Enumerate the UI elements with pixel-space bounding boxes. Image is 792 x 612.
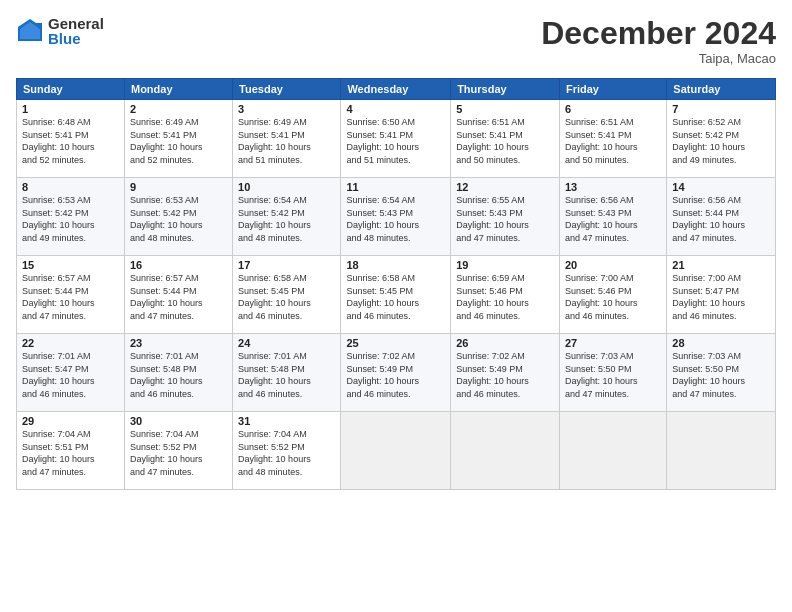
day-info: Sunrise: 7:00 AMSunset: 5:46 PMDaylight:… — [565, 273, 638, 321]
day-info: Sunrise: 6:59 AMSunset: 5:46 PMDaylight:… — [456, 273, 529, 321]
calendar-week-row: 1Sunrise: 6:48 AMSunset: 5:41 PMDaylight… — [17, 100, 776, 178]
day-number: 18 — [346, 259, 445, 271]
day-info: Sunrise: 7:03 AMSunset: 5:50 PMDaylight:… — [672, 351, 745, 399]
day-info: Sunrise: 6:49 AMSunset: 5:41 PMDaylight:… — [130, 117, 203, 165]
table-row: 15Sunrise: 6:57 AMSunset: 5:44 PMDayligh… — [17, 256, 125, 334]
table-row: 9Sunrise: 6:53 AMSunset: 5:42 PMDaylight… — [124, 178, 232, 256]
col-tuesday: Tuesday — [233, 79, 341, 100]
calendar-week-row: 29Sunrise: 7:04 AMSunset: 5:51 PMDayligh… — [17, 412, 776, 490]
day-number: 22 — [22, 337, 119, 349]
day-number: 17 — [238, 259, 335, 271]
title-block: December 2024 Taipa, Macao — [541, 16, 776, 66]
day-number: 23 — [130, 337, 227, 349]
day-number: 19 — [456, 259, 554, 271]
table-row: 10Sunrise: 6:54 AMSunset: 5:42 PMDayligh… — [233, 178, 341, 256]
day-info: Sunrise: 6:57 AMSunset: 5:44 PMDaylight:… — [22, 273, 95, 321]
day-number: 27 — [565, 337, 661, 349]
logo-icon — [16, 17, 44, 45]
table-row: 11Sunrise: 6:54 AMSunset: 5:43 PMDayligh… — [341, 178, 451, 256]
day-info: Sunrise: 7:04 AMSunset: 5:52 PMDaylight:… — [130, 429, 203, 477]
day-info: Sunrise: 7:04 AMSunset: 5:52 PMDaylight:… — [238, 429, 311, 477]
day-info: Sunrise: 6:56 AMSunset: 5:43 PMDaylight:… — [565, 195, 638, 243]
day-info: Sunrise: 6:50 AMSunset: 5:41 PMDaylight:… — [346, 117, 419, 165]
day-info: Sunrise: 6:48 AMSunset: 5:41 PMDaylight:… — [22, 117, 95, 165]
day-info: Sunrise: 7:01 AMSunset: 5:47 PMDaylight:… — [22, 351, 95, 399]
day-info: Sunrise: 6:57 AMSunset: 5:44 PMDaylight:… — [130, 273, 203, 321]
day-number: 7 — [672, 103, 770, 115]
day-info: Sunrise: 7:02 AMSunset: 5:49 PMDaylight:… — [456, 351, 529, 399]
table-row — [451, 412, 560, 490]
logo-blue-text: Blue — [48, 31, 104, 46]
day-number: 14 — [672, 181, 770, 193]
day-info: Sunrise: 6:54 AMSunset: 5:43 PMDaylight:… — [346, 195, 419, 243]
day-info: Sunrise: 6:54 AMSunset: 5:42 PMDaylight:… — [238, 195, 311, 243]
day-info: Sunrise: 6:58 AMSunset: 5:45 PMDaylight:… — [346, 273, 419, 321]
logo: General Blue — [16, 16, 104, 46]
month-title: December 2024 — [541, 16, 776, 51]
table-row: 5Sunrise: 6:51 AMSunset: 5:41 PMDaylight… — [451, 100, 560, 178]
day-number: 15 — [22, 259, 119, 271]
table-row: 3Sunrise: 6:49 AMSunset: 5:41 PMDaylight… — [233, 100, 341, 178]
day-info: Sunrise: 6:56 AMSunset: 5:44 PMDaylight:… — [672, 195, 745, 243]
table-row: 14Sunrise: 6:56 AMSunset: 5:44 PMDayligh… — [667, 178, 776, 256]
day-number: 21 — [672, 259, 770, 271]
day-info: Sunrise: 7:04 AMSunset: 5:51 PMDaylight:… — [22, 429, 95, 477]
table-row: 2Sunrise: 6:49 AMSunset: 5:41 PMDaylight… — [124, 100, 232, 178]
table-row: 21Sunrise: 7:00 AMSunset: 5:47 PMDayligh… — [667, 256, 776, 334]
day-number: 6 — [565, 103, 661, 115]
table-row: 8Sunrise: 6:53 AMSunset: 5:42 PMDaylight… — [17, 178, 125, 256]
day-info: Sunrise: 6:52 AMSunset: 5:42 PMDaylight:… — [672, 117, 745, 165]
day-info: Sunrise: 6:53 AMSunset: 5:42 PMDaylight:… — [22, 195, 95, 243]
day-info: Sunrise: 6:53 AMSunset: 5:42 PMDaylight:… — [130, 195, 203, 243]
day-number: 24 — [238, 337, 335, 349]
table-row: 31Sunrise: 7:04 AMSunset: 5:52 PMDayligh… — [233, 412, 341, 490]
col-saturday: Saturday — [667, 79, 776, 100]
table-row: 22Sunrise: 7:01 AMSunset: 5:47 PMDayligh… — [17, 334, 125, 412]
day-number: 3 — [238, 103, 335, 115]
day-number: 4 — [346, 103, 445, 115]
day-number: 30 — [130, 415, 227, 427]
day-number: 25 — [346, 337, 445, 349]
calendar-week-row: 22Sunrise: 7:01 AMSunset: 5:47 PMDayligh… — [17, 334, 776, 412]
page: General Blue December 2024 Taipa, Macao … — [0, 0, 792, 612]
day-number: 1 — [22, 103, 119, 115]
table-row: 12Sunrise: 6:55 AMSunset: 5:43 PMDayligh… — [451, 178, 560, 256]
day-number: 5 — [456, 103, 554, 115]
calendar-week-row: 15Sunrise: 6:57 AMSunset: 5:44 PMDayligh… — [17, 256, 776, 334]
col-wednesday: Wednesday — [341, 79, 451, 100]
table-row: 26Sunrise: 7:02 AMSunset: 5:49 PMDayligh… — [451, 334, 560, 412]
table-row — [341, 412, 451, 490]
table-row: 28Sunrise: 7:03 AMSunset: 5:50 PMDayligh… — [667, 334, 776, 412]
calendar-table: Sunday Monday Tuesday Wednesday Thursday… — [16, 78, 776, 490]
day-number: 20 — [565, 259, 661, 271]
day-number: 11 — [346, 181, 445, 193]
calendar-header-row: Sunday Monday Tuesday Wednesday Thursday… — [17, 79, 776, 100]
day-info: Sunrise: 6:51 AMSunset: 5:41 PMDaylight:… — [565, 117, 638, 165]
day-info: Sunrise: 7:01 AMSunset: 5:48 PMDaylight:… — [238, 351, 311, 399]
location: Taipa, Macao — [541, 51, 776, 66]
day-number: 2 — [130, 103, 227, 115]
day-number: 13 — [565, 181, 661, 193]
day-number: 28 — [672, 337, 770, 349]
table-row — [559, 412, 666, 490]
col-friday: Friday — [559, 79, 666, 100]
table-row: 23Sunrise: 7:01 AMSunset: 5:48 PMDayligh… — [124, 334, 232, 412]
col-monday: Monday — [124, 79, 232, 100]
day-info: Sunrise: 7:01 AMSunset: 5:48 PMDaylight:… — [130, 351, 203, 399]
table-row: 6Sunrise: 6:51 AMSunset: 5:41 PMDaylight… — [559, 100, 666, 178]
day-number: 16 — [130, 259, 227, 271]
table-row: 25Sunrise: 7:02 AMSunset: 5:49 PMDayligh… — [341, 334, 451, 412]
table-row: 27Sunrise: 7:03 AMSunset: 5:50 PMDayligh… — [559, 334, 666, 412]
table-row: 16Sunrise: 6:57 AMSunset: 5:44 PMDayligh… — [124, 256, 232, 334]
day-number: 10 — [238, 181, 335, 193]
day-number: 9 — [130, 181, 227, 193]
calendar-week-row: 8Sunrise: 6:53 AMSunset: 5:42 PMDaylight… — [17, 178, 776, 256]
table-row: 24Sunrise: 7:01 AMSunset: 5:48 PMDayligh… — [233, 334, 341, 412]
table-row: 29Sunrise: 7:04 AMSunset: 5:51 PMDayligh… — [17, 412, 125, 490]
day-number: 8 — [22, 181, 119, 193]
table-row: 13Sunrise: 6:56 AMSunset: 5:43 PMDayligh… — [559, 178, 666, 256]
col-thursday: Thursday — [451, 79, 560, 100]
day-info: Sunrise: 7:00 AMSunset: 5:47 PMDaylight:… — [672, 273, 745, 321]
table-row: 18Sunrise: 6:58 AMSunset: 5:45 PMDayligh… — [341, 256, 451, 334]
day-number: 12 — [456, 181, 554, 193]
